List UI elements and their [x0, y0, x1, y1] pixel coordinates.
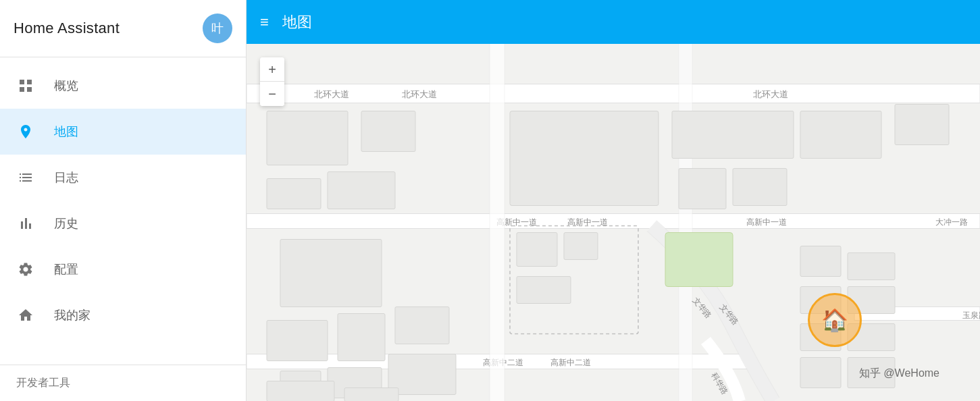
- svg-rect-27: [280, 240, 382, 307]
- sidebar-item-log[interactable]: 日志: [0, 155, 246, 200]
- app-title: Home Assistant: [14, 20, 120, 37]
- map-background: 北环大道 北环大道 北环大道 高新中一道 高新中一道 高新中一道 大冲一路 大冲…: [247, 44, 980, 401]
- svg-rect-38: [517, 277, 571, 304]
- list-icon: [16, 168, 35, 187]
- svg-rect-36: [517, 233, 557, 267]
- watermark: 知乎 @WeHome: [859, 367, 939, 381]
- svg-rect-40: [679, 169, 726, 209]
- svg-rect-64: [800, 358, 841, 388]
- sidebar-item-label: 历史: [54, 215, 78, 232]
- svg-rect-41: [733, 169, 787, 206]
- svg-rect-34: [510, 111, 659, 206]
- svg-rect-5: [247, 214, 980, 229]
- svg-rect-43: [800, 111, 881, 159]
- developer-tools-footer[interactable]: 开发者工具: [0, 365, 246, 401]
- svg-rect-39: [672, 111, 794, 159]
- sidebar-header: Home Assistant 叶: [0, 0, 246, 57]
- sidebar-item-label: 配置: [54, 261, 78, 277]
- svg-rect-42: [665, 233, 733, 287]
- svg-text:高新中二道: 高新中二道: [550, 358, 591, 367]
- svg-rect-25: [267, 179, 321, 209]
- svg-rect-28: [267, 321, 328, 361]
- sidebar-item-history[interactable]: 历史: [0, 200, 246, 246]
- svg-rect-23: [267, 111, 348, 165]
- nav-menu: 概览 地图 日志: [0, 57, 246, 365]
- sidebar-item-label: 我的家: [54, 307, 91, 323]
- svg-rect-29: [338, 314, 385, 361]
- svg-rect-58: [800, 246, 841, 277]
- sidebar-item-label: 地图: [54, 124, 78, 140]
- zoom-in-button[interactable]: +: [260, 57, 284, 82]
- gear-icon: [16, 260, 35, 279]
- map-container[interactable]: 北环大道 北环大道 北环大道 高新中一道 高新中一道 高新中一道 大冲一路 大冲…: [247, 44, 980, 401]
- svg-text:高新中一道: 高新中一道: [567, 217, 608, 227]
- sidebar-item-config[interactable]: 配置: [0, 246, 246, 292]
- svg-rect-37: [564, 233, 598, 260]
- svg-text:高新中一道: 高新中一道: [746, 217, 787, 227]
- marker-circle: 🏠: [808, 293, 862, 347]
- sidebar-item-overview[interactable]: 概览: [0, 63, 246, 109]
- sidebar-item-label: 日志: [54, 169, 78, 186]
- svg-rect-66: [267, 381, 334, 402]
- grid-icon: [16, 76, 35, 95]
- svg-rect-30: [395, 307, 449, 344]
- sidebar-item-label: 概览: [54, 78, 78, 94]
- svg-rect-67: [344, 388, 398, 402]
- home-marker[interactable]: 🏠: [808, 293, 862, 347]
- svg-text:北环大道: 北环大道: [402, 89, 437, 99]
- svg-text:大冲一路: 大冲一路: [935, 217, 968, 227]
- svg-rect-14: [490, 44, 505, 401]
- svg-rect-59: [848, 253, 895, 280]
- main-content: ≡ 地图 北环大道 北环大道 北环大道 高新中一道 高新中一道 高新中一道 大冲…: [247, 0, 980, 401]
- svg-rect-26: [328, 172, 395, 209]
- svg-rect-15: [679, 44, 692, 401]
- zoom-out-button[interactable]: −: [260, 82, 284, 106]
- svg-rect-44: [895, 105, 949, 145]
- menu-icon[interactable]: ≡: [260, 15, 269, 30]
- sidebar: Home Assistant 叶 概览 地图: [0, 0, 247, 401]
- avatar[interactable]: 叶: [203, 14, 232, 43]
- svg-rect-1: [247, 84, 980, 103]
- sidebar-item-myhome[interactable]: 我的家: [0, 292, 246, 338]
- svg-text:玉泉路: 玉泉路: [962, 311, 980, 320]
- svg-text:北环大道: 北环大道: [753, 89, 788, 99]
- bar-chart-icon: [16, 214, 35, 233]
- svg-rect-24: [361, 111, 415, 152]
- house-icon: [16, 306, 35, 325]
- topbar: ≡ 地图: [247, 0, 980, 44]
- sidebar-item-map[interactable]: 地图: [0, 109, 246, 155]
- page-title: 地图: [282, 12, 312, 32]
- svg-text:北环大道: 北环大道: [314, 89, 349, 99]
- map-controls: + −: [260, 57, 284, 106]
- house-marker-icon: 🏠: [821, 307, 848, 333]
- map-person-icon: [16, 122, 35, 141]
